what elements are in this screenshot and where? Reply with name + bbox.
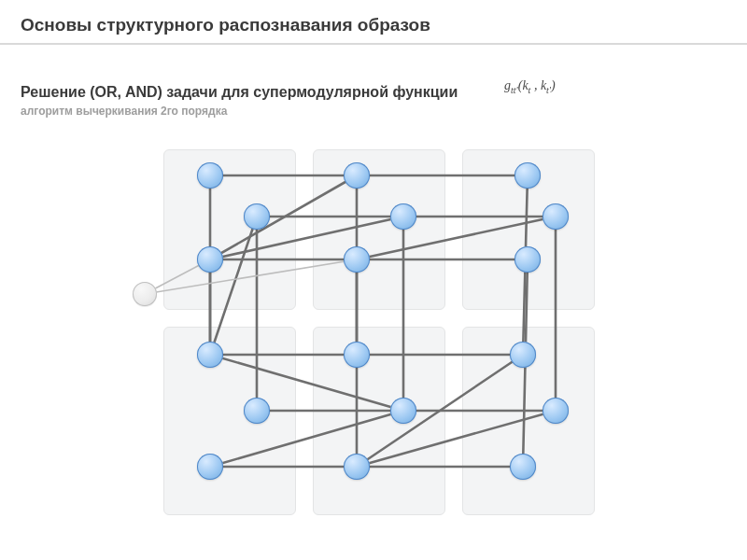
graph-node: [197, 246, 223, 273]
graph-edge: [210, 411, 403, 467]
graph-node: [344, 246, 370, 273]
graph-node: [344, 162, 370, 189]
formula-sub-tt: tt': [511, 85, 518, 95]
graph-node: [197, 162, 223, 189]
section-subtitle: алгоритм вычеркивания 2го порядка: [21, 105, 227, 118]
graph-node: [510, 342, 536, 368]
formula-close: ): [551, 78, 556, 92]
diagram-edges: [117, 131, 584, 541]
graph-edge: [210, 355, 403, 411]
graph-node: [344, 454, 370, 480]
graph-node: [514, 246, 541, 273]
header-divider: [0, 43, 747, 45]
graph-node: [390, 203, 416, 230]
graph-node: [344, 342, 370, 368]
formula-label: gtt'(kt , kt'): [504, 78, 556, 95]
formula-comma: ,: [530, 78, 541, 92]
graph-node: [543, 398, 569, 424]
graph-node-ghost: [133, 282, 157, 306]
graph-node: [514, 162, 541, 189]
diagram-stage: [117, 131, 584, 541]
graph-node: [543, 203, 569, 230]
graph-node: [197, 342, 223, 368]
graph-node: [244, 203, 270, 230]
section-title: Решение (OR, AND) задачи для супермодуля…: [21, 84, 458, 101]
graph-node: [197, 454, 223, 480]
page-title: Основы структурного распознавания образо…: [21, 15, 430, 35]
graph-node: [244, 398, 270, 424]
graph-node: [390, 398, 416, 424]
formula-g: g: [504, 78, 511, 92]
graph-node: [510, 454, 536, 480]
graph-edge: [210, 217, 403, 259]
